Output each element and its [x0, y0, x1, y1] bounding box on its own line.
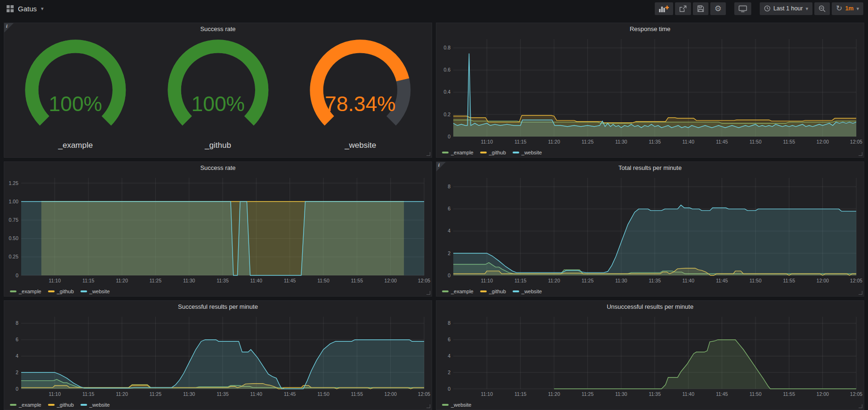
panel-info-icon[interactable]: i [4, 23, 14, 32]
cycle-view-mode-button[interactable] [734, 2, 751, 15]
zoom-out-button[interactable] [814, 2, 830, 15]
dashboard-grid-icon[interactable] [7, 5, 14, 12]
svg-text:11:10: 11:10 [49, 391, 61, 397]
svg-text:4: 4 [448, 228, 450, 233]
gauge-_website: 78.34%_website [289, 35, 432, 157]
svg-text:11:45: 11:45 [284, 391, 296, 397]
chart-svg: 11:1011:1511:2011:2511:3011:3511:4011:45… [436, 35, 864, 146]
svg-text:11:30: 11:30 [183, 391, 195, 397]
legend-item-_github[interactable]: _github [480, 150, 506, 155]
total-results-chart[interactable]: 11:1011:1511:2011:2511:3011:3511:4011:45… [436, 174, 864, 287]
svg-text:1.00: 1.00 [9, 199, 19, 204]
panel-title[interactable]: Success rate [4, 23, 432, 35]
svg-text:1.25: 1.25 [9, 180, 19, 186]
time-range-picker[interactable]: Last 1 hour ▾ [760, 2, 812, 15]
svg-text:11:30: 11:30 [615, 391, 627, 397]
refresh-button[interactable]: ↻ 1m ▾ [832, 2, 863, 15]
caret-down-icon: ▾ [856, 6, 859, 12]
svg-text:11:20: 11:20 [548, 139, 560, 145]
legend-swatch [48, 404, 55, 406]
panel-response-time: Response time 11:1011:1511:2011:2511:301… [436, 23, 864, 158]
gauge-arc: 100% [4, 35, 147, 140]
svg-text:8: 8 [448, 320, 450, 326]
legend-item-_example[interactable]: _example [442, 289, 474, 294]
zoom-out-icon [819, 5, 826, 12]
legend-item-_website[interactable]: _website [513, 150, 542, 155]
svg-text:8: 8 [448, 184, 450, 189]
save-button[interactable] [693, 2, 708, 15]
svg-text:11:55: 11:55 [783, 139, 796, 145]
response-time-chart[interactable]: 11:1011:1511:2011:2511:3011:3511:4011:45… [436, 35, 864, 148]
resize-handle[interactable] [426, 291, 430, 295]
svg-text:11:20: 11:20 [116, 278, 128, 283]
svg-text:0.2: 0.2 [443, 112, 450, 117]
svg-text:11:45: 11:45 [716, 391, 728, 397]
legend: _example_github_website [436, 287, 864, 297]
time-range-label: Last 1 hour [773, 5, 803, 12]
svg-text:11:20: 11:20 [548, 278, 560, 283]
gauge-value: 100% [191, 92, 245, 115]
svg-text:11:40: 11:40 [683, 139, 695, 145]
chart-svg: 11:1011:1511:2011:2511:3011:3511:4011:45… [436, 174, 864, 285]
svg-text:11:45: 11:45 [716, 278, 728, 283]
legend-item-_website[interactable]: _website [442, 402, 471, 408]
tv-mode-icon [739, 5, 747, 12]
legend-swatch [442, 152, 449, 153]
svg-text:0.50: 0.50 [9, 235, 19, 241]
svg-text:11:50: 11:50 [317, 278, 330, 283]
svg-text:11:35: 11:35 [649, 278, 661, 283]
panel-title[interactable]: Success rate [4, 162, 432, 174]
legend-item-_website[interactable]: _website [513, 289, 542, 294]
successful-results-chart[interactable]: 11:1011:1511:2011:2511:3011:3511:4011:45… [4, 313, 432, 400]
legend-item-_example[interactable]: _example [10, 289, 41, 294]
resize-handle[interactable] [859, 152, 862, 156]
svg-text:11:15: 11:15 [514, 139, 527, 145]
svg-text:11:50: 11:50 [317, 391, 330, 397]
gauge-arc: 78.34% [289, 35, 432, 140]
panel-title[interactable]: Response time [436, 23, 864, 35]
legend: _example_github_website [4, 400, 432, 410]
legend-item-_github[interactable]: _github [48, 402, 74, 408]
legend-swatch [442, 404, 449, 406]
resize-handle[interactable] [426, 152, 430, 156]
panel-unsuccessful-results: Unsuccessful results per minute 11:1011:… [436, 300, 864, 410]
svg-text:11:15: 11:15 [514, 278, 527, 283]
dashboard-grid: i Success rate 100%_example100%_github78… [0, 17, 868, 410]
svg-text:0.4: 0.4 [443, 89, 450, 95]
svg-text:12:05: 12:05 [850, 391, 862, 397]
legend-item-_github[interactable]: _github [480, 289, 506, 294]
resize-handle[interactable] [859, 404, 862, 408]
svg-text:11:45: 11:45 [716, 139, 728, 145]
legend-item-_example[interactable]: _example [10, 402, 41, 408]
svg-text:8: 8 [16, 320, 18, 326]
success-rate-chart[interactable]: 11:1011:1511:2011:2511:3011:3511:4011:45… [4, 174, 432, 287]
resize-handle[interactable] [859, 291, 862, 295]
refresh-icon: ↻ [836, 5, 842, 12]
legend-item-_website[interactable]: _website [80, 402, 110, 408]
share-button[interactable] [675, 2, 691, 15]
svg-text:11:25: 11:25 [582, 139, 594, 145]
svg-text:11:40: 11:40 [250, 391, 263, 397]
legend-item-_example[interactable]: _example [442, 150, 474, 155]
svg-text:11:10: 11:10 [481, 391, 493, 397]
legend-item-_github[interactable]: _github [48, 289, 74, 294]
legend: _example_github_website [4, 287, 432, 297]
add-panel-button[interactable] [655, 2, 673, 15]
panel-title[interactable]: Unsuccessful results per minute [436, 301, 864, 313]
panel-success-rate-timeseries: Success rate 11:1011:1511:2011:2511:3011… [4, 161, 432, 297]
svg-text:11:10: 11:10 [481, 278, 493, 283]
svg-text:11:40: 11:40 [250, 278, 263, 283]
resize-handle[interactable] [426, 404, 430, 408]
legend-swatch [442, 290, 449, 292]
panel-title[interactable]: Successful results per minute [4, 301, 432, 313]
panel-title[interactable]: Total results per minute [436, 162, 864, 174]
svg-text:11:50: 11:50 [749, 139, 762, 145]
svg-text:0: 0 [16, 386, 18, 392]
dashboard-title[interactable]: Gatus [18, 5, 37, 13]
settings-button[interactable]: ⚙ [710, 2, 726, 15]
navbar: Gatus ▾ ⚙ Last 1 hour ▾ ↻ 1m [0, 0, 868, 17]
panel-info-icon[interactable]: i [436, 162, 446, 171]
unsuccessful-results-chart[interactable]: 11:1011:1511:2011:2511:3011:3511:4011:45… [436, 313, 864, 400]
legend-item-_website[interactable]: _website [80, 289, 110, 294]
svg-text:11:35: 11:35 [217, 278, 229, 283]
